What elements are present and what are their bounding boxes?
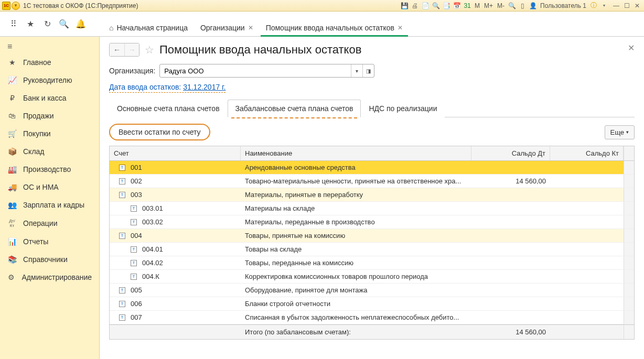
history-icon[interactable]: ↻ <box>42 19 52 29</box>
table-row[interactable]: T004.ККорректировка комиссионных товаров… <box>110 270 634 284</box>
search-icon[interactable]: 🔍 <box>59 19 69 29</box>
user-label[interactable]: Пользователь 1 <box>540 2 586 9</box>
maximize-button[interactable]: ☐ <box>622 2 631 10</box>
enter-balances-button[interactable]: Ввести остатки по счету <box>109 124 210 140</box>
scrollbar-track[interactable] <box>624 229 634 242</box>
organization-dropdown-button[interactable]: ▾ <box>351 64 362 77</box>
organization-open-button[interactable]: ◨ <box>362 64 374 77</box>
save-icon[interactable]: 💾 <box>400 2 409 10</box>
sidebar-item-label: Склад <box>23 147 45 156</box>
sidebar-item-склад[interactable]: 📦Склад <box>0 143 99 160</box>
favorite-page-icon[interactable]: ☆ <box>145 43 154 56</box>
close-window-button[interactable]: ✕ <box>632 2 642 10</box>
minimize-button[interactable]: — <box>611 2 621 10</box>
info-icon[interactable]: ⓘ <box>589 2 598 10</box>
table-row[interactable]: T003Материалы, принятые в переработку <box>110 188 634 202</box>
tab-организации[interactable]: Организации✕ <box>194 19 260 36</box>
scrollbar-track[interactable] <box>624 215 634 229</box>
sidebar-item-справочники[interactable]: 📚Справочники <box>0 251 99 268</box>
table-row[interactable]: T004.02Товары, переданные на комиссию <box>110 256 634 270</box>
scrollbar-track[interactable] <box>624 270 634 283</box>
memory-mminus[interactable]: M- <box>497 2 505 9</box>
panel-icon[interactable]: ▯ <box>518 2 527 10</box>
favorite-icon[interactable]: ★ <box>25 19 36 29</box>
table-row[interactable]: T004.01Товары на складе <box>110 243 634 256</box>
sidebar-item-операции[interactable]: Дт/КтОперации <box>0 214 99 233</box>
inner-tab-ндс-по-реализации[interactable]: НДС по реализации <box>361 100 445 117</box>
sidebar-item-производство[interactable]: 🏭Производство <box>0 160 99 178</box>
account-icon: T <box>131 260 137 266</box>
page-title: Помощник ввода начальных остатков <box>159 43 361 57</box>
table-row[interactable]: T002Товарно-материальные ценности, приня… <box>110 175 634 188</box>
table-row[interactable]: T003.01Материалы на складе <box>110 202 634 215</box>
debit-cell <box>471 206 550 211</box>
menu-toggle-icon[interactable]: ≡ <box>0 37 99 53</box>
account-icon: T <box>131 274 137 280</box>
debit-cell: 14 560,00 <box>471 175 550 188</box>
sidebar-item-руководителю[interactable]: 📈Руководителю <box>0 71 99 89</box>
sidebar-icon: ₽ <box>7 94 17 102</box>
debit-cell <box>471 315 550 320</box>
table-row[interactable]: T003.02Материалы, переданные в производс… <box>110 215 634 229</box>
scrollbar-track[interactable] <box>624 243 634 256</box>
tab-помощник-ввода-начальных-остатков[interactable]: Помощник ввода начальных остатков✕ <box>260 19 409 36</box>
sidebar-item-администрирование[interactable]: ⚙Администрирование <box>0 268 99 286</box>
account-code: 003.01 <box>142 204 163 212</box>
more-button[interactable]: Еще▾ <box>605 125 635 139</box>
sidebar-item-зарплата-и-кадры[interactable]: 👥Зарплата и кадры <box>0 196 99 214</box>
table-row[interactable]: T001Арендованные основные средства <box>110 161 634 175</box>
scrollbar-track[interactable] <box>624 311 634 324</box>
apps-icon[interactable]: ⠿ <box>8 19 19 29</box>
app-menu-dropdown[interactable]: ▼ <box>12 2 20 10</box>
sidebar-item-банк-и-касса[interactable]: ₽Банк и касса <box>0 89 99 107</box>
col-account[interactable]: Счет <box>110 146 241 160</box>
balance-date-link[interactable]: Дата ввода остатков: 31.12.2017 г. <box>109 83 226 93</box>
scrollbar-track[interactable] <box>624 175 634 188</box>
col-name[interactable]: Наименование <box>241 146 471 160</box>
close-tab-icon[interactable]: ✕ <box>398 24 403 31</box>
accounts-table: Счет Наименование Сальдо Дт Сальдо Кт T0… <box>109 146 635 340</box>
account-icon: T <box>119 165 125 171</box>
tab-label: Начальная страница <box>116 24 187 32</box>
table-row[interactable]: T005Оборудование, принятое для монтажа <box>110 284 634 297</box>
scrollbar-track[interactable] <box>624 202 634 215</box>
calendar-icon[interactable]: 📅 <box>453 2 461 10</box>
organization-input[interactable] <box>160 67 351 75</box>
table-row[interactable]: T007Списанная в убыток задолженность неп… <box>110 311 634 324</box>
table-row[interactable]: T004Товары, принятые на комиссию <box>110 229 634 243</box>
credit-cell <box>550 165 624 170</box>
compare-icon[interactable]: 🔍 <box>432 2 440 10</box>
scrollbar-track[interactable] <box>624 161 634 174</box>
inner-tab-основные-счета-плана-счетов[interactable]: Основные счета плана счетов <box>109 100 228 117</box>
window-title: 1С тестовая с ОКОФ (1С:Предприятие) <box>23 2 138 9</box>
memory-m[interactable]: M <box>475 2 480 9</box>
inner-tab-забалансовые-счета-плана-счетов[interactable]: Забалансовые счета плана счетов <box>228 100 361 117</box>
scrollbar-track[interactable] <box>624 284 634 297</box>
notifications-icon[interactable]: 🔔 <box>76 19 86 29</box>
sidebar-item-отчеты[interactable]: 📊Отчеты <box>0 233 99 251</box>
sidebar-item-продажи[interactable]: 🛍Продажи <box>0 107 99 125</box>
info-dropdown-icon[interactable]: ▾ <box>600 2 608 10</box>
nav-forward-button[interactable]: → <box>124 43 139 56</box>
sidebar-item-покупки[interactable]: 🛒Покупки <box>0 125 99 143</box>
close-page-button[interactable]: ✕ <box>628 43 635 53</box>
scrollbar-track[interactable] <box>624 256 634 269</box>
col-credit[interactable]: Сальдо Кт <box>550 146 624 160</box>
document-icon[interactable]: 📄 <box>421 2 430 10</box>
sidebar-item-label: Отчеты <box>23 237 48 246</box>
date-icon[interactable]: 31 <box>463 2 471 10</box>
print2-icon[interactable]: 📑 <box>442 2 450 10</box>
col-debit[interactable]: Сальдо Дт <box>471 146 550 160</box>
scrollbar-track[interactable] <box>624 188 634 201</box>
tab-начальная-страница[interactable]: ⌂Начальная страница <box>103 19 194 36</box>
table-row[interactable]: T006Бланки строгой отчетности <box>110 297 634 311</box>
scrollbar-track[interactable] <box>624 297 634 310</box>
nav-back-button[interactable]: ← <box>110 43 124 56</box>
print-icon[interactable]: 🖨 <box>411 2 419 10</box>
memory-mplus[interactable]: M+ <box>484 2 493 9</box>
sidebar-item-ос-и-нма[interactable]: 🚚ОС и НМА <box>0 178 99 196</box>
titlebar-tools: 💾 🖨 📄 🔍 📑 📅 31 M M+ M- 🔍 ▯ 👤 Пользовател… <box>400 2 608 10</box>
close-tab-icon[interactable]: ✕ <box>248 24 253 31</box>
sidebar-item-главное[interactable]: ★Главное <box>0 53 99 71</box>
zoom-icon[interactable]: 🔍 <box>508 2 516 10</box>
